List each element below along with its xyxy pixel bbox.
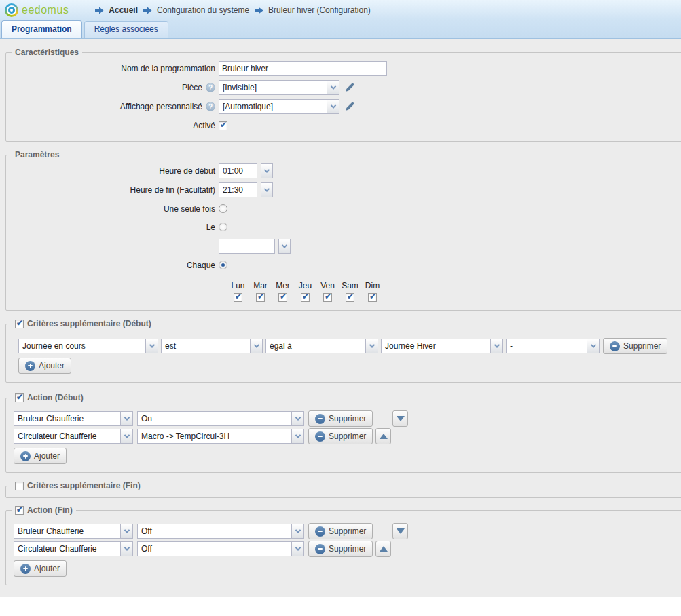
chevron-down-icon — [124, 432, 129, 438]
action-device-combobox[interactable]: Bruleur Chaufferie — [14, 411, 133, 426]
nom-label: Nom de la programmation — [6, 64, 219, 73]
move-up-button[interactable] — [375, 428, 391, 444]
chevron-down-icon — [330, 83, 335, 89]
supprimer-action-button[interactable]: Supprimer — [308, 523, 373, 539]
dropdown-trigger[interactable] — [121, 411, 133, 426]
fieldset-action-debut: Action (Début) Bruleur Chaufferie On Sup… — [5, 393, 681, 473]
breadcrumb: Accueil Configuration du système Bruleur… — [94, 5, 371, 15]
critere-value-value: Journée Hiver — [381, 339, 491, 353]
chevron-down-icon — [295, 545, 300, 550]
edit-pencil-icon[interactable] — [344, 82, 355, 93]
critere-extra-combobox[interactable]: - — [506, 339, 600, 353]
eedomus-logo[interactable]: eedomus — [5, 3, 69, 17]
day-checkbox-dim[interactable] — [368, 293, 377, 302]
minus-circle-icon — [315, 544, 325, 554]
dropdown-trigger[interactable] — [491, 339, 503, 353]
dropdown-trigger[interactable] — [261, 163, 273, 178]
nom-input[interactable] — [219, 61, 387, 76]
chevron-down-icon — [330, 102, 335, 108]
breadcrumb-item-accueil[interactable]: Accueil — [109, 5, 138, 15]
critere-operator-value: égal à — [265, 339, 366, 353]
action-debut-enable-checkbox[interactable] — [15, 393, 24, 402]
critere-verb-value: est — [161, 339, 251, 353]
heure-fin-value: 21:30 — [219, 182, 257, 197]
critere-value-combobox[interactable]: Journée Hiver — [381, 339, 503, 353]
action-device-combobox[interactable]: Circulateur Chaufferie — [14, 541, 133, 556]
dropdown-trigger[interactable] — [292, 524, 304, 539]
supprimer-action-button[interactable]: Supprimer — [308, 410, 373, 427]
active-checkbox[interactable] — [219, 121, 227, 130]
supprimer-action-button[interactable]: Supprimer — [308, 541, 373, 557]
edit-pencil-icon[interactable] — [344, 101, 355, 112]
day-checkbox-lun[interactable] — [234, 293, 242, 302]
le-radio[interactable] — [219, 223, 227, 231]
supprimer-critere-button[interactable]: Supprimer — [603, 338, 667, 354]
action-device-combobox[interactable]: Circulateur Chaufferie — [14, 429, 133, 444]
chaque-radio[interactable] — [219, 261, 227, 269]
breadcrumb-item-configuration[interactable]: Configuration du système — [157, 5, 249, 15]
button-label: Ajouter — [34, 451, 60, 461]
breadcrumb-item-current[interactable]: Bruleur hiver (Configuration) — [268, 5, 371, 15]
help-icon[interactable]: ? — [206, 83, 215, 92]
dropdown-trigger[interactable] — [251, 339, 263, 353]
dropdown-trigger[interactable] — [292, 411, 304, 426]
dropdown-trigger[interactable] — [292, 429, 304, 444]
day-checkbox-sam[interactable] — [346, 293, 354, 302]
dropdown-trigger[interactable] — [261, 182, 273, 197]
heure-fin-combobox[interactable]: 21:30 — [219, 182, 273, 197]
dropdown-trigger[interactable] — [121, 541, 133, 556]
heure-fin-label: Heure de fin (Facultatif) — [6, 185, 219, 195]
critere-operator-combobox[interactable]: égal à — [265, 339, 378, 353]
top-bar: eedomus Accueil Configuration du système… — [0, 0, 681, 20]
dropdown-trigger[interactable] — [327, 99, 339, 114]
critere-subject-combobox[interactable]: Journée en cours — [18, 339, 158, 353]
action-value-combobox[interactable]: Off — [137, 524, 304, 539]
dropdown-trigger[interactable] — [278, 239, 291, 254]
ajouter-critere-button[interactable]: Ajouter — [18, 358, 71, 374]
action-device-combobox[interactable]: Bruleur Chaufferie — [14, 524, 133, 539]
dropdown-trigger[interactable] — [121, 524, 133, 539]
tab-regles-associees[interactable]: Règles associées — [84, 21, 168, 38]
ajouter-action-button[interactable]: Ajouter — [14, 448, 67, 464]
affichage-combobox[interactable]: [Automatique] — [219, 99, 339, 114]
supprimer-action-button[interactable]: Supprimer — [308, 428, 373, 444]
dropdown-trigger[interactable] — [366, 339, 378, 353]
action-fin-enable-checkbox[interactable] — [15, 506, 24, 515]
ajouter-action-button[interactable]: Ajouter — [14, 560, 67, 577]
une-seule-fois-radio[interactable] — [219, 204, 227, 213]
triangle-up-icon — [380, 546, 388, 552]
day-checkbox-mar[interactable] — [256, 293, 265, 302]
day-checkbox-ven[interactable] — [323, 293, 332, 302]
plus-circle-icon — [20, 564, 31, 574]
move-up-button[interactable] — [375, 541, 391, 557]
day-label-mar: Mar — [249, 281, 272, 290]
action-value-value: Off — [137, 524, 292, 539]
heure-debut-combobox[interactable]: 01:00 — [219, 163, 273, 178]
tab-programmation[interactable]: Programmation — [1, 20, 82, 38]
dropdown-trigger[interactable] — [146, 339, 158, 353]
une-seule-fois-label: Une seule fois — [6, 204, 219, 214]
move-down-button[interactable] — [392, 410, 408, 427]
date-value — [219, 239, 275, 254]
action-value-combobox[interactable]: On — [137, 411, 304, 426]
critere-verb-combobox[interactable]: est — [161, 339, 263, 353]
criteres-debut-enable-checkbox[interactable] — [15, 320, 24, 328]
piece-combobox[interactable]: [Invisible] — [219, 80, 339, 95]
chevron-down-icon — [253, 342, 259, 347]
action-value-combobox[interactable]: Off — [137, 541, 304, 556]
dropdown-trigger[interactable] — [327, 80, 339, 95]
breadcrumb-arrow-icon — [143, 7, 152, 14]
legend-criteres-fin: Critères supplémentaire (Fin) — [12, 481, 144, 490]
day-checkbox-mer[interactable] — [278, 293, 287, 302]
logo-text: eedomus — [22, 4, 69, 16]
date-combobox[interactable] — [219, 239, 291, 254]
day-label-mer: Mer — [272, 281, 294, 290]
dropdown-trigger[interactable] — [587, 339, 600, 353]
dropdown-trigger[interactable] — [121, 429, 133, 444]
help-icon[interactable]: ? — [206, 102, 215, 111]
dropdown-trigger[interactable] — [292, 541, 304, 556]
move-down-button[interactable] — [392, 523, 408, 539]
criteres-fin-enable-checkbox[interactable] — [15, 482, 24, 490]
action-value-combobox[interactable]: Macro -> TempCircul-3H — [137, 429, 304, 444]
day-checkbox-jeu[interactable] — [301, 293, 310, 302]
